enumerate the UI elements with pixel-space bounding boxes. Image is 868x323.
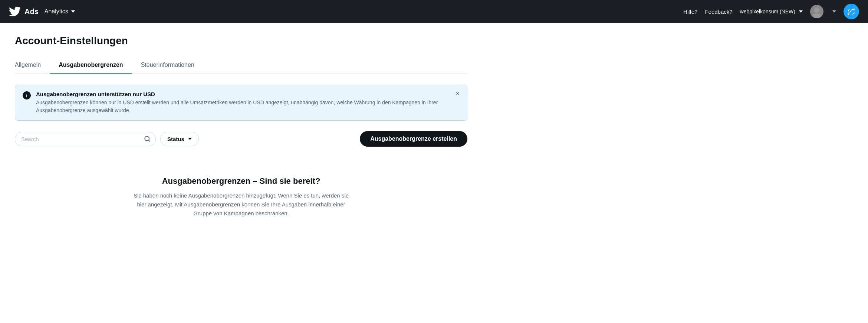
tab-steuerinformationen[interactable]: Steuerinformationen — [132, 57, 203, 74]
account-button[interactable]: webpixelkonsum (NEW) — [740, 9, 803, 14]
search-wrap — [15, 132, 156, 146]
svg-line-3 — [148, 140, 149, 141]
twitter-bird-icon — [9, 6, 21, 17]
feedback-button[interactable]: Feedback? — [705, 9, 732, 15]
search-input[interactable] — [15, 132, 156, 146]
alert-close-button[interactable]: × — [454, 90, 461, 97]
alert-info-icon: i — [23, 91, 31, 99]
page-title: Account-Einstellungen — [15, 35, 467, 47]
alert-banner: i Ausgabenobergrenzen unterstützen nur U… — [15, 85, 467, 121]
svg-point-1 — [812, 13, 822, 18]
account-label: webpixelkonsum (NEW) — [740, 9, 795, 14]
analytics-menu-button[interactable]: Analytics — [42, 6, 78, 17]
alert-content: Ausgabenobergrenzen unterstützen nur USD… — [36, 91, 460, 114]
status-label: Status — [167, 136, 184, 142]
account-chevron-icon — [799, 10, 803, 13]
avatar-image — [810, 5, 823, 18]
status-filter-button[interactable]: Status — [160, 132, 199, 146]
brand-ads-label: Ads — [24, 7, 39, 16]
search-button[interactable] — [144, 136, 151, 142]
status-chevron-icon — [188, 138, 192, 140]
empty-state-body: Sie haben noch keine Ausgabenobergrenzen… — [130, 191, 352, 218]
analytics-label: Analytics — [45, 8, 68, 15]
empty-state-title: Ausgabenobergrenzen – Sind sie bereit? — [22, 176, 460, 186]
new-tweet-button[interactable] — [844, 4, 859, 19]
filters-row: Status Ausgabenobergrenze erstellen — [15, 131, 467, 147]
tabs: Allgemein Ausgabenobergrenzen Steuerinfo… — [15, 57, 467, 74]
navbar: Ads Analytics Hilfe? Feedback? webpixelk… — [0, 0, 868, 23]
navbar-right: Hilfe? Feedback? webpixelkonsum (NEW) — [683, 4, 859, 19]
empty-state: Ausgabenobergrenzen – Sind sie bereit? S… — [15, 162, 467, 233]
alert-body: Ausgabenobergrenzen können nur in USD er… — [36, 99, 460, 114]
tab-ausgabenobergrenzen[interactable]: Ausgabenobergrenzen — [50, 57, 132, 74]
help-button[interactable]: Hilfe? — [683, 9, 697, 15]
tab-allgemein[interactable]: Allgemein — [15, 57, 50, 74]
avatar-chevron-icon — [832, 10, 836, 13]
analytics-chevron-icon — [71, 10, 75, 13]
svg-point-0 — [814, 7, 819, 13]
alert-title: Ausgabenobergrenzen unterstützen nur USD — [36, 91, 460, 97]
brand: Ads — [9, 6, 39, 17]
page-content: Account-Einstellungen Allgemein Ausgaben… — [0, 23, 482, 248]
new-tweet-icon — [848, 8, 855, 15]
avatar[interactable] — [810, 5, 823, 18]
search-icon — [144, 136, 151, 142]
create-ausgabenobergrenze-button[interactable]: Ausgabenobergrenze erstellen — [360, 131, 467, 147]
